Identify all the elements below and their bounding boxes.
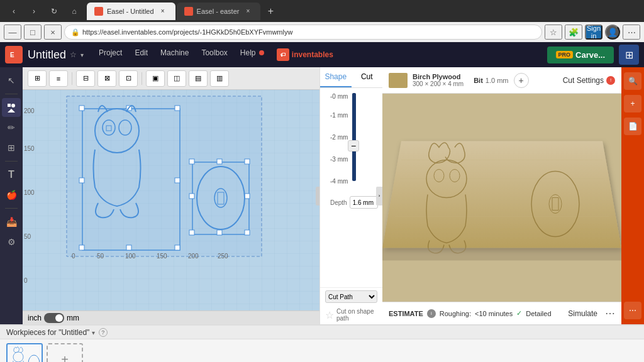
depth-label: Depth (330, 199, 347, 206)
forward-button[interactable]: › (25, 4, 43, 18)
sidebar-divider-2 (5, 161, 18, 162)
office-ext-btn-1[interactable]: 🔍 (624, 72, 641, 90)
add-workpiece-button[interactable]: + (47, 343, 83, 362)
svg-rect-6 (67, 96, 262, 256)
design-canvas-svg[interactable]: 0 50 100 150 200 250 (23, 90, 319, 310)
tab-shape[interactable]: Shape (320, 67, 352, 87)
svg-text:200: 200 (188, 253, 199, 260)
cut-on-star-icon[interactable]: ☆ (325, 309, 334, 321)
browser-minimize[interactable]: — (4, 25, 21, 40)
unit-mm-label: mm (67, 314, 79, 322)
panel-collapse-handle[interactable]: › (316, 187, 319, 206)
tab-bar: Easel - Untitled × Easel - easter × + (87, 3, 639, 20)
toolbar-btn-3[interactable]: ⊟ (76, 70, 95, 87)
workpiece-item-1[interactable] (6, 343, 43, 362)
help-notification-dot (259, 50, 264, 55)
sidebar-apps-tool[interactable]: ⊞ (2, 138, 21, 157)
toolbar-btn-8[interactable]: ▤ (189, 70, 208, 87)
sidebar-image-tool[interactable]: 🍎 (2, 185, 21, 204)
sidebar-settings-tool[interactable]: ⚙ (2, 233, 21, 251)
workpieces-chevron[interactable]: ▾ (92, 329, 95, 336)
sign-in-button[interactable]: Sign in (585, 25, 602, 40)
app-header: E Untitled ☆ ▾ Project Edit Machine Tool… (0, 42, 644, 67)
lock-icon: 🔒 (71, 28, 80, 36)
menu-bar: Project Edit Machine Toolbox Help 🏷 inve… (94, 46, 338, 63)
new-tab-button[interactable]: + (262, 3, 279, 20)
unit-toggle-wrap: inch mm (28, 313, 79, 323)
panel-expand-handle[interactable]: › (376, 187, 382, 206)
cut-settings-info-icon: ! (606, 76, 615, 85)
svg-rect-12 (175, 178, 180, 183)
carve-button[interactable]: PRO Carve... (547, 47, 614, 63)
address-bar[interactable]: 🔒 https://easel.inventables.com/projects… (64, 25, 542, 40)
svg-text:100: 100 (125, 253, 136, 260)
refresh-button[interactable]: ↻ (45, 4, 63, 18)
sidebar-cursor-tool[interactable]: ↖ (2, 71, 21, 90)
sidebar-text-tool[interactable]: T (2, 165, 21, 184)
toolbar-btn-5[interactable]: ⊡ (119, 70, 138, 87)
svg-rect-23 (245, 159, 250, 164)
extensions-button[interactable]: 🧩 (565, 25, 582, 40)
inventables-logo[interactable]: 🏷 inventables (272, 46, 338, 63)
svg-marker-4 (8, 109, 15, 112)
home-button[interactable]: ⌂ (65, 4, 83, 18)
address-bar-row: — □ × 🔒 https://easel.inventables.com/pr… (0, 22, 644, 42)
material-swatch (389, 73, 408, 88)
y-label-150: 150 (24, 145, 35, 152)
add-material-button[interactable]: + (514, 73, 529, 88)
toolbar-top: ⊞ ≡ ⊟ ⊠ ⊡ ▣ ◫ ▤ ▥ (23, 67, 319, 90)
tab-easel-easter[interactable]: Easel - easter × (177, 3, 261, 20)
tab-easel-untitled[interactable]: Easel - Untitled × (87, 3, 175, 20)
browser-maximize[interactable]: □ (24, 25, 42, 40)
sidebar-pen-tool[interactable]: ✏ (2, 118, 21, 137)
menu-help[interactable]: Help (235, 46, 269, 63)
plus-action-button[interactable]: ⊞ (619, 45, 639, 65)
tab-cut[interactable]: Cut (352, 67, 383, 87)
unit-bar: inch mm (23, 310, 319, 324)
menu-machine[interactable]: Machine (155, 46, 194, 63)
sidebar-shapes-tool[interactable] (2, 98, 21, 117)
material-name: Birch Plywood (413, 73, 464, 80)
favorite-star-icon[interactable]: ☆ (70, 50, 77, 59)
menu-project[interactable]: Project (94, 46, 127, 63)
profile-icon[interactable]: 👤 (605, 25, 620, 40)
office-ext-btn-4[interactable]: ⋯ (624, 302, 641, 319)
sidebar-import-tool[interactable]: 📥 (2, 212, 21, 231)
back-button[interactable]: ‹ (5, 4, 23, 18)
sidebar-divider-3 (5, 208, 18, 209)
cut-settings-button[interactable]: Cut Settings ! (563, 76, 615, 85)
cut-path-row: Cut Path Outline Fill Pocket (320, 287, 382, 305)
tab-label-easter: Easel - easter (197, 8, 240, 15)
depth-minus-btn[interactable]: − (348, 140, 359, 151)
toolbar-btn-9[interactable]: ▥ (210, 70, 229, 87)
tab-close-easter[interactable]: × (243, 6, 253, 16)
more-options-button[interactable]: ⋯ (605, 307, 615, 319)
favorites-button[interactable]: ☆ (545, 25, 562, 40)
toolbar-btn-2[interactable]: ≡ (49, 70, 68, 87)
title-chevron-icon[interactable]: ▾ (80, 52, 84, 58)
depth-value-input[interactable] (350, 196, 378, 209)
depth-4: -4 mm (330, 178, 348, 185)
svg-rect-2 (8, 104, 11, 107)
toolbar-btn-7[interactable]: ◫ (167, 70, 186, 87)
roughing-value: <10 minutes (475, 310, 513, 317)
depth-2: -2 mm (330, 134, 348, 141)
toolbar-btn-1[interactable]: ⊞ (28, 70, 47, 87)
simulate-button[interactable]: Simulate (564, 308, 601, 319)
toolbar-btn-6[interactable]: ▣ (146, 70, 165, 87)
tab-favicon-easter (184, 7, 193, 16)
depth-0: -0 mm (330, 93, 348, 100)
toolbar-btn-4[interactable]: ⊠ (97, 70, 116, 87)
tab-close-untitled[interactable]: × (158, 6, 168, 16)
menu-edit[interactable]: Edit (130, 46, 153, 63)
browser-close[interactable]: × (44, 25, 62, 40)
menu-button[interactable]: ⋯ (623, 25, 640, 40)
svg-text:50: 50 (97, 253, 104, 260)
tab-favicon-easel (94, 7, 103, 16)
menu-toolbox[interactable]: Toolbox (196, 46, 232, 63)
office-ext-btn-2[interactable]: + (624, 95, 641, 112)
unit-toggle[interactable] (44, 313, 64, 323)
office-ext-btn-3[interactable]: 📄 (624, 118, 641, 135)
workpieces-help-icon[interactable]: ? (99, 328, 108, 337)
cut-path-select[interactable]: Cut Path Outline Fill Pocket (325, 290, 377, 303)
